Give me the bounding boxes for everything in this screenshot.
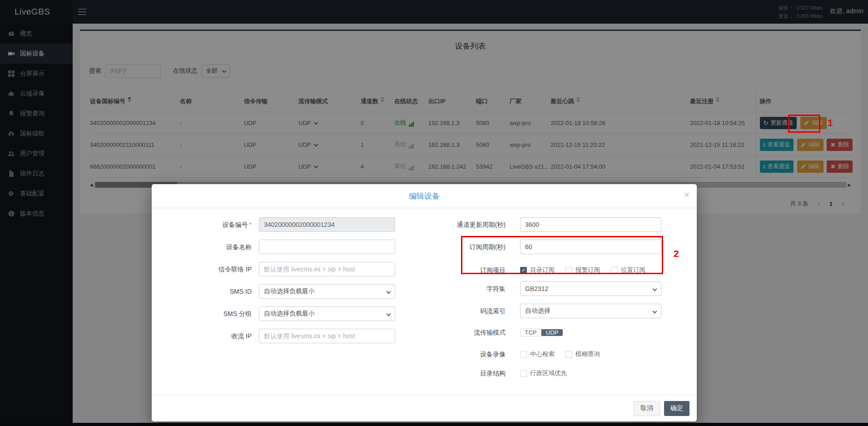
admin-region-checkbox[interactable]: 行政区域优先	[520, 369, 567, 377]
charset-label: 字符集	[406, 281, 506, 296]
required-mark: *	[249, 221, 252, 228]
signal-ip-field[interactable]	[259, 262, 395, 276]
device-name-label: 设备名称	[152, 240, 252, 254]
device-record-label: 设备录像	[406, 347, 506, 361]
chevron-down-icon	[387, 289, 391, 294]
sms-group-label: SMS 分组	[152, 306, 252, 321]
sms-id-select[interactable]: 自动选择负载最小	[259, 284, 395, 299]
sms-id-label: SMS ID	[152, 284, 252, 299]
recv-ip-label: 收流 IP	[152, 329, 252, 343]
recv-ip-field[interactable]	[259, 329, 395, 343]
annotation-box-2	[461, 236, 663, 274]
chevron-down-icon	[653, 286, 657, 291]
device-id-field	[259, 217, 395, 232]
chevron-down-icon	[653, 309, 657, 313]
confirm-button[interactable]: 确定	[664, 401, 689, 416]
stream-mode-label: 流传输模式	[406, 325, 506, 340]
modal-title: 编辑设备	[152, 184, 697, 208]
annotation-step-2: 2	[674, 248, 679, 259]
catalog-structure-label: 目录结构	[406, 366, 506, 381]
annotation-step-1: 1	[828, 117, 833, 128]
stream-index-label: 码流索引	[406, 304, 506, 318]
app-window: LiveGBS 接收 ↑ : 0.027 Mbps 发送 ↓ : 0.006 M…	[0, 0, 868, 426]
checkbox-icon	[520, 351, 527, 358]
device-id-label: 设备编号*	[152, 217, 252, 232]
signal-ip-label: 信令联络 IP	[152, 262, 252, 276]
close-icon[interactable]: ×	[684, 190, 689, 199]
annotation-box-1	[788, 115, 820, 133]
udp-toggle[interactable]: UDP	[541, 329, 563, 336]
charset-select[interactable]: GB2312	[520, 281, 661, 296]
cancel-button[interactable]: 取消	[634, 401, 660, 416]
edit-device-modal: 编辑设备 × 设备编号* 设备名称 信令联络 IP SMS ID 自动选择负载最…	[152, 184, 697, 421]
center-search-checkbox[interactable]: 中心检索	[520, 350, 555, 358]
channel-refresh-label: 通道更新周期(秒)	[406, 217, 506, 232]
sms-group-select[interactable]: 自动选择负载最小	[259, 306, 395, 321]
checkbox-icon	[520, 370, 527, 377]
modal-footer: 取消 确定	[152, 395, 697, 421]
chevron-down-icon	[387, 311, 391, 316]
checkbox-icon	[565, 351, 572, 358]
fuzzy-query-checkbox[interactable]: 模糊查询	[565, 350, 600, 358]
tcp-toggle[interactable]: TCP	[520, 329, 541, 336]
modal-header: 编辑设备 ×	[152, 184, 697, 208]
device-name-field[interactable]	[259, 240, 395, 254]
channel-refresh-field[interactable]	[520, 217, 661, 232]
stream-index-select[interactable]: 自动选择	[520, 304, 661, 318]
